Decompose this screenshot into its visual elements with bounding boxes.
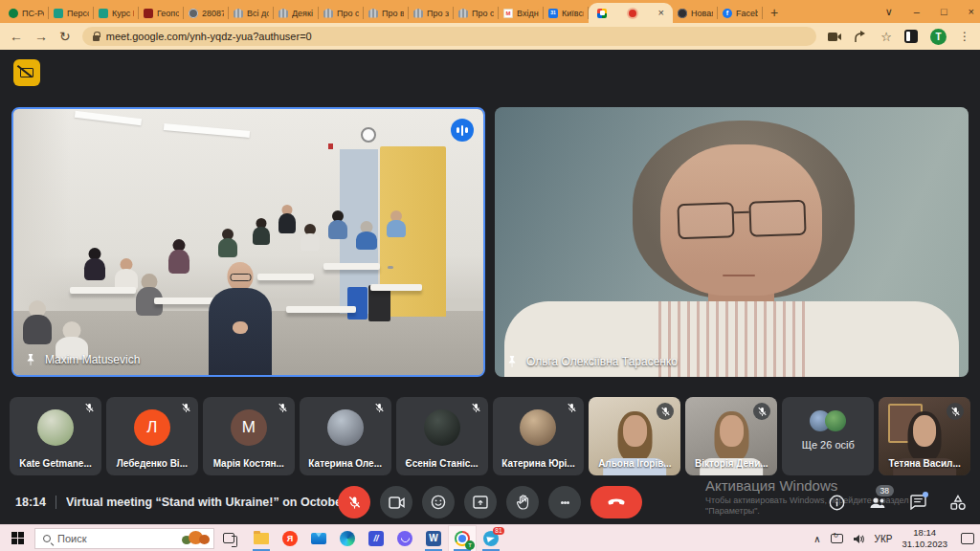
word-icon: W — [426, 531, 441, 546]
tab-bank[interactable]: Про сх — [319, 3, 364, 23]
meet-favicon — [597, 9, 607, 18]
tab-bank[interactable]: Всі док — [229, 3, 274, 23]
participant-tile[interactable]: Вікторія Дени... — [685, 397, 777, 475]
tab-gmail[interactable]: MВхідні — [499, 3, 544, 23]
reload-button[interactable]: ↻ — [59, 30, 71, 43]
new-tab-button[interactable]: + — [770, 5, 778, 20]
main-video-tile-portrait[interactable]: Ольга Олексіївна Тарасенко — [495, 107, 969, 377]
tray-time: 18:14 — [913, 527, 936, 538]
participant-tile[interactable]: Єсенія Станіс... — [396, 397, 488, 475]
taskbar-app-slashes[interactable]: // — [362, 525, 390, 551]
tab-pkg[interactable]: Геопол — [139, 3, 184, 23]
portrait-scene — [495, 107, 969, 377]
letter-avatar: М — [231, 409, 267, 446]
more-options-button[interactable] — [548, 486, 581, 518]
presentation-off-badge[interactable] — [13, 59, 40, 86]
start-button[interactable] — [0, 525, 34, 551]
taskbar-telegram[interactable]: 81 — [477, 525, 505, 551]
yandex-icon: Я — [282, 531, 298, 546]
tab-bank[interactable]: Про вн — [364, 3, 409, 23]
bookmark-star-icon[interactable]: ☆ — [880, 30, 892, 44]
tab-title: Facebo — [736, 9, 758, 18]
tab-calendar[interactable]: 31Київсь — [544, 3, 589, 23]
meeting-title: Virtual meeting “Stand with Ukraine!” on… — [66, 496, 353, 509]
tray-display-icon[interactable] — [831, 534, 843, 543]
participant-tile[interactable]: ММарія Костян... — [203, 397, 295, 475]
meeting-details-button[interactable] — [829, 495, 845, 511]
taskbar-word[interactable]: W — [419, 525, 448, 551]
close-window-button[interactable]: × — [969, 6, 974, 17]
pin-icon — [25, 353, 36, 366]
maximize-button[interactable]: □ — [941, 6, 947, 17]
participant-tile[interactable]: Kate Getmane... — [10, 397, 101, 475]
forward-button[interactable]: → — [34, 30, 48, 43]
tab-active-meet[interactable]: × — [589, 3, 673, 23]
profile-avatar[interactable]: T — [930, 29, 947, 45]
language-indicator[interactable]: УКР — [875, 534, 893, 544]
taskbar-chrome-active[interactable]: T — [448, 525, 477, 551]
participants-count-badge: 38 — [876, 485, 894, 496]
taskbar-viber[interactable] — [390, 525, 419, 551]
main-video-tile-classroom[interactable]: Maxim Matusevich — [11, 107, 485, 377]
tab-sheets[interactable]: Курс К — [94, 3, 139, 23]
search-doodle-pumpkins — [182, 531, 210, 544]
tab-globe[interactable]: 280876 — [184, 3, 229, 23]
minimize-button[interactable]: – — [914, 6, 920, 17]
facebook-favicon: f — [723, 9, 732, 18]
side-panel-icon[interactable] — [904, 30, 918, 43]
participant-tile[interactable]: ЛЛебеденко Ві... — [106, 397, 198, 475]
task-view-button[interactable] — [214, 533, 243, 543]
camera-button[interactable] — [380, 486, 412, 518]
participant-tile[interactable]: Альона Ігорів... — [589, 397, 680, 475]
bank-favicon — [278, 9, 288, 18]
tray-clock[interactable]: 18:14 31.10.2023 — [902, 527, 947, 550]
tab-bank[interactable]: Деякі п — [274, 3, 319, 23]
participant-tile[interactable]: Тетяна Васил... — [879, 397, 970, 475]
activities-button[interactable] — [949, 495, 967, 511]
tab-search-chevron-icon[interactable]: ∨ — [885, 6, 893, 18]
sheets-favicon — [99, 9, 108, 18]
browser-menu-icon[interactable]: ⋮ — [959, 30, 970, 43]
tab-title: Персо — [67, 9, 89, 18]
smiley-icon — [431, 495, 446, 510]
presentation-off-icon — [20, 68, 33, 77]
participant-tile[interactable]: Катерина Оле... — [300, 397, 391, 475]
volume-icon[interactable] — [853, 534, 865, 544]
taskbar-yandex-browser[interactable]: Я — [276, 525, 304, 551]
classroom-scene — [13, 109, 483, 375]
participant-tile[interactable]: Катерина Юрі... — [493, 397, 585, 475]
tab-close-icon[interactable]: × — [658, 8, 664, 18]
taskbar-search-input[interactable]: Поиск — [34, 528, 214, 549]
photo-avatar — [327, 409, 364, 446]
bank-favicon — [368, 9, 378, 18]
address-bar[interactable]: meet.google.com/ynh-yqdz-yua?authuser=0 — [82, 27, 817, 46]
tab-sheets[interactable]: Персо — [49, 3, 94, 23]
people-icon — [868, 495, 887, 510]
participant-tile[interactable]: Ще 26 осіб — [782, 397, 874, 475]
share-icon[interactable] — [855, 31, 868, 43]
mic-muted-button[interactable] — [338, 486, 370, 518]
tab-title: Про за — [427, 9, 449, 18]
end-call-button[interactable] — [590, 486, 642, 518]
reactions-button[interactable] — [422, 486, 455, 518]
present-screen-button[interactable] — [464, 486, 497, 518]
participant-name: Тетяна Васил... — [882, 458, 967, 469]
taskbar-edge[interactable] — [333, 525, 362, 551]
tab-bank[interactable]: Про за — [409, 3, 454, 23]
back-button[interactable]: ← — [10, 30, 23, 43]
tab-chart[interactable]: ПС-Ро — [4, 3, 49, 23]
action-center-icon[interactable] — [961, 533, 974, 544]
tray-hidden-icons-chevron[interactable]: ∧ — [813, 534, 820, 544]
camera-in-use-icon[interactable] — [828, 32, 842, 42]
taskbar-file-explorer[interactable] — [247, 525, 276, 551]
tab-bank[interactable]: Про сх — [454, 3, 499, 23]
participant-name: Марія Костян... — [207, 458, 291, 469]
participants-button[interactable]: 38 — [868, 495, 887, 510]
tab-dark[interactable]: Новая — [673, 3, 718, 23]
raise-hand-button[interactable] — [506, 486, 539, 518]
meet-page: Maxim Matusevich Ольга Олексіївна Тарасе… — [0, 50, 980, 524]
participant-name: Альона Ігорів... — [592, 458, 677, 469]
chat-button[interactable] — [910, 495, 926, 510]
tab-facebook[interactable]: fFacebo — [718, 3, 763, 23]
taskbar-mail[interactable] — [304, 525, 333, 551]
